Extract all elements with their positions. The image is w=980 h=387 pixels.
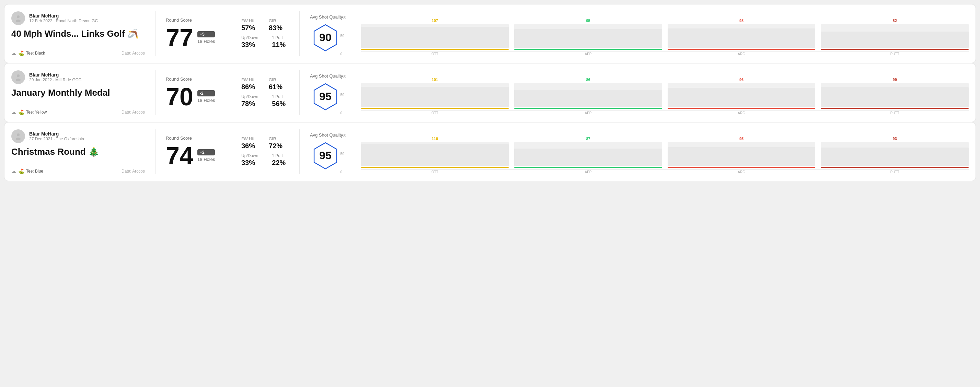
- gir-value: 72%: [269, 142, 283, 150]
- oneputt-value: 56%: [272, 100, 286, 108]
- hexagon-score: 90: [319, 31, 332, 44]
- oneputt-stat: 1 Putt 56%: [272, 94, 286, 108]
- avatar: [11, 11, 25, 25]
- bar-chart: 100 50 0 107 95: [350, 11, 969, 56]
- player-info: Blair McHarg 27 Dec 2021 · The Oxfordshi…: [11, 129, 145, 143]
- player-info: Blair McHarg 12 Feb 2022 · Royal North D…: [11, 11, 145, 25]
- score-badge: +2 18 Holes: [197, 149, 215, 162]
- data-source: Data: Arccos: [121, 169, 145, 174]
- score-badge-value: -2: [197, 90, 215, 97]
- round-title: January Monthly Medal: [11, 87, 145, 98]
- tee-label: Tee: Black: [26, 51, 45, 56]
- updown-stat: Up/Down 33%: [241, 153, 258, 167]
- bar-group-app: 95: [514, 19, 662, 50]
- card-stats: FW Hit 36% GIR 72% Up/Down 33% 1 Putt: [231, 129, 300, 174]
- chart-x-label: APP: [514, 52, 662, 56]
- gir-label: GIR: [269, 19, 283, 23]
- updown-label: Up/Down: [241, 94, 258, 99]
- bar-group-arg: 95: [668, 136, 816, 168]
- bar-chart: 100 50 0 101 86: [350, 70, 969, 115]
- card-footer: ☁ ⛳ Tee: Blue Data: Arccos: [11, 168, 145, 174]
- updown-label: Up/Down: [241, 35, 258, 40]
- chart-y-labels: 100 50 0: [340, 16, 346, 56]
- score-badge: +5 18 Holes: [197, 31, 215, 44]
- oneputt-value: 22%: [272, 159, 286, 167]
- svg-point-2: [17, 75, 19, 77]
- tee-info: ☁ ⛳ Tee: Black: [11, 51, 45, 56]
- gir-value: 83%: [269, 24, 283, 32]
- bar-group-ott: 110: [361, 136, 509, 168]
- round-title: 40 Mph Winds... Links Golf 🪃: [11, 29, 145, 39]
- gir-stat: GIR 83%: [269, 19, 283, 32]
- round-score-label: Round Score: [166, 76, 220, 82]
- round-score-label: Round Score: [166, 17, 220, 23]
- fw-hit-value: 36%: [241, 142, 255, 150]
- fw-hit-label: FW Hit: [241, 19, 255, 23]
- card-left: Blair McHarg 12 Feb 2022 · Royal North D…: [11, 11, 156, 56]
- bar-group-app: 87: [514, 136, 662, 168]
- chart-bars: 107 95 98: [361, 16, 969, 50]
- updown-stat: Up/Down 33%: [241, 35, 258, 49]
- holes-label: 18 Holes: [197, 98, 215, 103]
- updown-label: Up/Down: [241, 153, 258, 158]
- score-number: 74: [166, 143, 193, 168]
- avatar: [11, 129, 25, 143]
- player-meta: 29 Jan 2022 · Mill Ride GCC: [29, 78, 81, 82]
- chart-x-labels: OTT APP ARG PUTT: [361, 111, 969, 115]
- gir-stat: GIR 61%: [269, 78, 283, 91]
- round-card: Blair McHarg 12 Feb 2022 · Royal North D…: [4, 4, 976, 63]
- tee-info: ☁ ⛳ Tee: Blue: [11, 168, 43, 174]
- data-source: Data: Arccos: [121, 51, 145, 56]
- card-score: Round Score 70 -2 18 Holes: [156, 70, 231, 115]
- fw-hit-stat: FW Hit 36%: [241, 136, 255, 150]
- chart-bars: 110 87 95: [361, 133, 969, 168]
- quality-left: Avg Shot Quality 95: [310, 132, 343, 171]
- player-info: Blair McHarg 29 Jan 2022 · Mill Ride GCC: [11, 70, 145, 84]
- hexagon-container: 95: [310, 140, 341, 171]
- chart-y-labels: 100 50 0: [340, 75, 346, 115]
- hexagon-container: 90: [310, 22, 341, 53]
- score-number: 77: [166, 25, 193, 50]
- card-stats: FW Hit 86% GIR 61% Up/Down 78% 1 Putt: [231, 70, 300, 115]
- bar-group-ott: 107: [361, 19, 509, 50]
- card-quality: Avg Shot Quality 95 100 50 0: [300, 129, 969, 174]
- card-quality: Avg Shot Quality 90 100 50 0: [300, 11, 969, 56]
- bag-icon: ⛳: [18, 109, 24, 115]
- quality-left: Avg Shot Quality 95: [310, 73, 343, 112]
- stats-row-top: FW Hit 57% GIR 83%: [241, 19, 289, 32]
- svg-point-5: [16, 138, 21, 140]
- player-meta: 27 Dec 2021 · The Oxfordshire: [29, 136, 86, 141]
- card-footer: ☁ ⛳ Tee: Black Data: Arccos: [11, 51, 145, 56]
- fw-hit-label: FW Hit: [241, 78, 255, 82]
- weather-icon: ☁: [11, 109, 16, 115]
- hexagon-score: 95: [319, 90, 332, 103]
- score-badge-value: +2: [197, 149, 215, 155]
- round-title: Christmas Round 🎄: [11, 146, 145, 157]
- card-footer: ☁ ⛳ Tee: Yellow Data: Arccos: [11, 109, 145, 115]
- oneputt-label: 1 Putt: [272, 35, 286, 40]
- bar-group-arg: 96: [668, 78, 816, 109]
- chart-x-label: ARG: [668, 170, 816, 174]
- updown-value: 33%: [241, 41, 258, 49]
- chart-x-label: OTT: [361, 52, 509, 56]
- stats-row-top: FW Hit 86% GIR 61%: [241, 78, 289, 91]
- fw-hit-value: 57%: [241, 24, 255, 32]
- weather-icon: ☁: [11, 168, 16, 174]
- chart-x-label: PUTT: [821, 52, 969, 56]
- chart-x-label: APP: [514, 111, 662, 115]
- weather-icon: ☁: [11, 51, 16, 56]
- oneputt-stat: 1 Putt 11%: [272, 35, 286, 49]
- chart-x-label: APP: [514, 170, 662, 174]
- avg-quality-label: Avg Shot Quality: [310, 14, 343, 19]
- oneputt-label: 1 Putt: [272, 153, 286, 158]
- bar-group-app: 86: [514, 78, 662, 109]
- score-row: 70 -2 18 Holes: [166, 84, 220, 109]
- score-row: 74 +2 18 Holes: [166, 143, 220, 168]
- gir-label: GIR: [269, 78, 283, 82]
- updown-value: 33%: [241, 159, 258, 167]
- svg-point-0: [17, 16, 19, 18]
- card-score: Round Score 74 +2 18 Holes: [156, 129, 231, 174]
- bar-group-putt: 93: [821, 136, 969, 168]
- svg-point-4: [17, 133, 19, 136]
- updown-value: 78%: [241, 100, 258, 108]
